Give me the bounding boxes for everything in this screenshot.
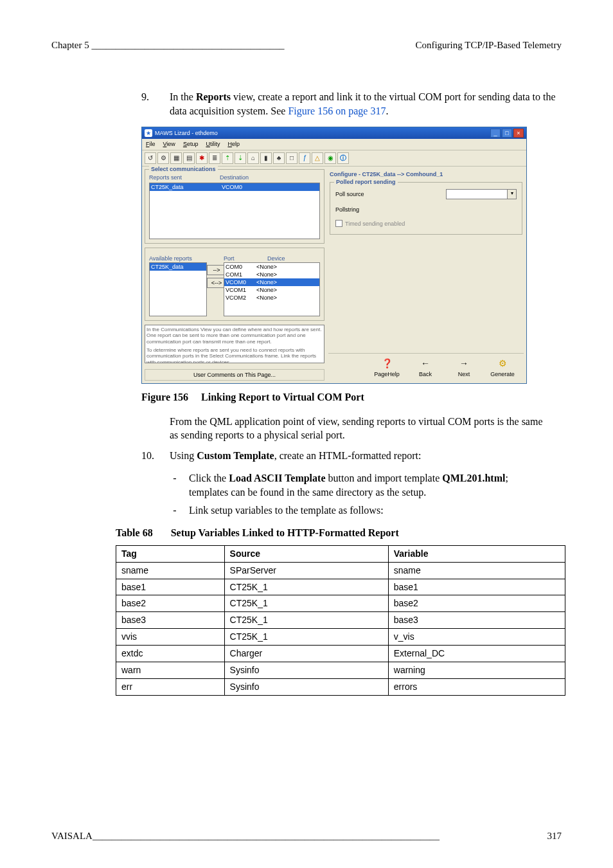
step-9-xref[interactable]: Figure 156 on page 317 <box>288 105 386 116</box>
configure-title: Configure - CT25K_data --> Comhound_1 <box>330 170 524 178</box>
toolbar-btn-10[interactable]: ▮ <box>260 152 272 164</box>
port-device-list[interactable]: COM0<None> COM1<None> VCOM0<None> VCOM1<… <box>224 262 320 316</box>
toolbar-btn-9[interactable]: ⌂ <box>247 152 259 164</box>
header-right: Configuring TCP/IP-Based Telemetry <box>415 39 562 51</box>
sel-report[interactable]: CT25K_data <box>151 183 222 191</box>
table-cell: warning <box>388 662 565 678</box>
pagehelp-button[interactable]: ❓ PageHelp <box>371 357 403 378</box>
sub1-c: button and import template <box>325 473 442 484</box>
available-reports-label: Available reports <box>149 255 207 262</box>
table-cell: vvis <box>116 629 225 646</box>
poll-source-combo[interactable]: ▾ <box>446 189 517 199</box>
pagehelp-icon: ❓ <box>382 357 393 370</box>
checkbox-box <box>335 220 342 227</box>
port-row-1-port[interactable]: COM1 <box>224 271 255 278</box>
available-reports-list[interactable]: CT25K_data <box>149 262 207 316</box>
toolbar-btn-8[interactable]: ⇣ <box>235 152 246 164</box>
table-cell: v_vis <box>388 629 565 646</box>
toolbar-btn-4[interactable]: ▤ <box>183 152 195 164</box>
port-row-0-dev[interactable]: <None> <box>255 263 319 271</box>
maximize-button[interactable]: □ <box>502 129 512 138</box>
table-cell: Sysinfo <box>224 662 388 678</box>
dash-icon: - <box>170 503 180 518</box>
table-title: Setup Variables Linked to HTTP-Formatted… <box>171 527 399 538</box>
sel-destination[interactable]: VCOM0 <box>222 183 242 191</box>
available-report-item[interactable]: CT25K_data <box>150 263 206 271</box>
table-cell: base1 <box>116 579 225 595</box>
toolbar-btn-14[interactable]: △ <box>312 152 323 164</box>
menu-setup[interactable]: Setup <box>183 140 199 148</box>
sub1-b: Load ASCII Template <box>229 473 325 484</box>
info-pane: In the Communications View you can defin… <box>145 325 324 363</box>
gear-icon: ⚙ <box>499 357 507 370</box>
port-row-3-dev[interactable]: <None> <box>255 286 319 294</box>
step-9-number: 9. <box>141 90 158 118</box>
menubar: File View Setup Utility Help <box>142 139 526 150</box>
th-tag: Tag <box>116 545 225 562</box>
minimize-button[interactable]: _ <box>490 129 501 138</box>
port-label: Port <box>224 255 267 262</box>
port-row-4-port[interactable]: VCOM2 <box>224 294 255 302</box>
port-row-0-port[interactable]: COM0 <box>224 263 255 271</box>
next-button[interactable]: → Next <box>448 357 480 378</box>
table-cell: External_DC <box>388 646 565 662</box>
step-9-bold: Reports <box>196 91 231 102</box>
close-button[interactable]: × <box>513 129 524 138</box>
table-cell: CT25K_1 <box>224 579 388 595</box>
toolbar-btn-13[interactable]: ƒ <box>299 152 310 164</box>
timed-sending-checkbox[interactable]: Timed sending enabled <box>335 220 517 228</box>
port-row-1-dev[interactable]: <None> <box>255 271 319 278</box>
polled-report-legend: Polled report sending <box>334 178 398 186</box>
toolbar-btn-12[interactable]: □ <box>286 152 298 164</box>
timed-sending-label: Timed sending enabled <box>345 220 405 228</box>
table-row: base2CT25K_1base2 <box>116 595 565 612</box>
titlebar: ★ MAWS Lizard - ethdemo _ □ × <box>142 127 526 139</box>
toolbar-btn-15[interactable]: ◉ <box>324 152 336 164</box>
port-row-3-port[interactable]: VCOM1 <box>224 286 255 294</box>
toolbar-btn-2[interactable]: ⚙ <box>157 152 169 164</box>
poll-source-label: Poll source <box>335 190 364 198</box>
toolbar-btn-16[interactable]: ⓘ <box>337 152 349 164</box>
table-row: base1CT25K_1base1 <box>116 579 565 595</box>
substep-2-body: Link setup variables to the template as … <box>189 503 549 518</box>
toolbar-btn-6[interactable]: ≣ <box>209 152 220 164</box>
table-cell: errors <box>388 678 565 695</box>
toolbar-btn-5[interactable]: ✱ <box>196 152 208 164</box>
pollstring-label: Pollstring <box>335 206 359 213</box>
table-cell: CT25K_1 <box>224 595 388 612</box>
menu-view[interactable]: View <box>163 140 175 148</box>
table-row: errSysinfoerrors <box>116 678 565 695</box>
table-row: snameSParServersname <box>116 562 565 579</box>
device-label: Device <box>267 255 320 262</box>
dash-icon: - <box>170 471 180 499</box>
app-window: ★ MAWS Lizard - ethdemo _ □ × File View … <box>141 127 527 384</box>
table-row: extdcChargerExternal_DC <box>116 646 565 662</box>
table-cell: base1 <box>388 579 565 595</box>
menu-help[interactable]: Help <box>227 140 240 148</box>
port-row-2-dev[interactable]: <None> <box>255 278 319 286</box>
generate-button[interactable]: ⚙ Generate <box>486 357 519 378</box>
table-row: warnSysinfowarning <box>116 662 565 678</box>
user-comments-button[interactable]: User Comments on This Page... <box>145 369 324 381</box>
chevron-down-icon: ▾ <box>507 190 516 199</box>
table-cell: extdc <box>116 646 225 662</box>
table-cell: SParServer <box>224 562 388 579</box>
toolbar-btn-3[interactable]: ▦ <box>170 152 182 164</box>
next-label: Next <box>458 370 470 378</box>
table-cell: Sysinfo <box>224 678 388 695</box>
port-row-2-port[interactable]: VCOM0 <box>224 278 255 286</box>
reports-sent-listbox[interactable]: CT25K_data VCOM0 <box>149 183 320 239</box>
table-cell: base3 <box>388 612 565 629</box>
figure-label: Figure 156 <box>141 392 188 402</box>
step-9-body: In the Reports view, create a report and… <box>170 90 562 118</box>
menu-utility[interactable]: Utility <box>206 140 220 148</box>
toolbar-btn-7[interactable]: ⇡ <box>222 152 233 164</box>
th-source: Source <box>224 545 388 562</box>
toolbar-btn-1[interactable]: ↺ <box>145 152 156 164</box>
back-button[interactable]: ← Back <box>409 357 441 378</box>
port-row-4-dev[interactable]: <None> <box>255 294 319 302</box>
table-head-row: Tag Source Variable <box>116 545 565 562</box>
toolbar-btn-11[interactable]: ♣ <box>273 152 285 164</box>
menu-file[interactable]: File <box>146 140 155 148</box>
select-communications-group: Select communications Reports sent Desti… <box>145 169 324 244</box>
